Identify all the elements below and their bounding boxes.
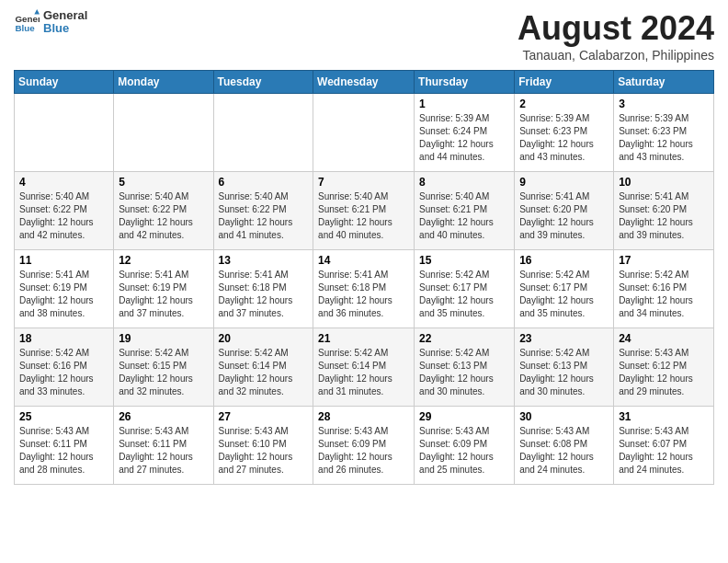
day-info: Sunrise: 5:40 AMSunset: 6:22 PMDaylight:…: [19, 190, 108, 242]
day-cell: 3Sunrise: 5:39 AMSunset: 6:23 PMDaylight…: [614, 94, 714, 172]
day-number: 26: [119, 410, 208, 423]
day-cell: [114, 94, 213, 172]
day-number: 12: [119, 254, 208, 267]
day-cell: [213, 94, 313, 172]
calendar-body: 1Sunrise: 5:39 AMSunset: 6:24 PMDaylight…: [15, 94, 714, 485]
day-number: 30: [519, 410, 609, 423]
day-cell: 31Sunrise: 5:43 AMSunset: 6:07 PMDayligh…: [614, 407, 714, 485]
header: General Blue General Blue August 2024 Ta…: [14, 9, 714, 63]
day-cell: 25Sunrise: 5:43 AMSunset: 6:11 PMDayligh…: [15, 407, 114, 485]
day-number: 29: [419, 410, 509, 423]
day-number: 23: [519, 332, 609, 345]
day-info: Sunrise: 5:43 AMSunset: 6:09 PMDaylight:…: [419, 425, 509, 477]
header-day-saturday: Saturday: [614, 71, 714, 94]
subtitle: Tanauan, Calabarzon, Philippines: [518, 48, 714, 63]
day-info: Sunrise: 5:39 AMSunset: 6:23 PMDaylight:…: [519, 112, 609, 164]
logo-icon: General Blue: [14, 9, 40, 35]
day-number: 19: [119, 332, 208, 345]
logo: General Blue General Blue: [14, 9, 87, 36]
day-info: Sunrise: 5:43 AMSunset: 6:11 PMDaylight:…: [119, 425, 208, 477]
day-cell: 12Sunrise: 5:41 AMSunset: 6:19 PMDayligh…: [114, 250, 213, 328]
week-row-2: 4Sunrise: 5:40 AMSunset: 6:22 PMDaylight…: [15, 172, 714, 250]
day-cell: 19Sunrise: 5:42 AMSunset: 6:15 PMDayligh…: [114, 328, 213, 407]
day-info: Sunrise: 5:43 AMSunset: 6:10 PMDaylight:…: [219, 425, 309, 477]
week-row-5: 25Sunrise: 5:43 AMSunset: 6:11 PMDayligh…: [15, 407, 714, 485]
day-cell: 6Sunrise: 5:40 AMSunset: 6:22 PMDaylight…: [213, 172, 313, 250]
day-info: Sunrise: 5:42 AMSunset: 6:15 PMDaylight:…: [119, 347, 208, 398]
day-number: 21: [318, 332, 409, 345]
day-info: Sunrise: 5:41 AMSunset: 6:20 PMDaylight:…: [619, 190, 709, 242]
day-cell: 7Sunrise: 5:40 AMSunset: 6:21 PMDaylight…: [313, 172, 415, 250]
day-cell: 8Sunrise: 5:40 AMSunset: 6:21 PMDaylight…: [415, 172, 515, 250]
day-number: 7: [318, 176, 409, 189]
day-number: 20: [219, 332, 309, 345]
header-day-monday: Monday: [114, 71, 213, 94]
day-cell: 1Sunrise: 5:39 AMSunset: 6:24 PMDaylight…: [415, 94, 515, 172]
day-number: 11: [19, 254, 108, 267]
day-info: Sunrise: 5:43 AMSunset: 6:11 PMDaylight:…: [19, 425, 108, 477]
day-cell: 29Sunrise: 5:43 AMSunset: 6:09 PMDayligh…: [415, 407, 515, 485]
svg-marker-2: [34, 9, 40, 15]
day-cell: 9Sunrise: 5:41 AMSunset: 6:20 PMDaylight…: [515, 172, 614, 250]
header-day-tuesday: Tuesday: [213, 71, 313, 94]
day-cell: 21Sunrise: 5:42 AMSunset: 6:14 PMDayligh…: [313, 328, 415, 407]
day-number: 28: [318, 410, 409, 423]
day-number: 1: [419, 98, 509, 110]
day-cell: 10Sunrise: 5:41 AMSunset: 6:20 PMDayligh…: [614, 172, 714, 250]
logo-text: General Blue: [43, 9, 87, 36]
header-day-wednesday: Wednesday: [313, 71, 415, 94]
day-info: Sunrise: 5:42 AMSunset: 6:13 PMDaylight:…: [419, 347, 509, 398]
day-cell: 4Sunrise: 5:40 AMSunset: 6:22 PMDaylight…: [15, 172, 114, 250]
week-row-4: 18Sunrise: 5:42 AMSunset: 6:16 PMDayligh…: [15, 328, 714, 407]
day-cell: 14Sunrise: 5:41 AMSunset: 6:18 PMDayligh…: [313, 250, 415, 328]
title-section: August 2024 Tanauan, Calabarzon, Philipp…: [518, 9, 714, 63]
logo-general: General: [43, 9, 87, 22]
day-cell: 24Sunrise: 5:43 AMSunset: 6:12 PMDayligh…: [614, 328, 714, 407]
week-row-1: 1Sunrise: 5:39 AMSunset: 6:24 PMDaylight…: [15, 94, 714, 172]
day-info: Sunrise: 5:43 AMSunset: 6:07 PMDaylight:…: [619, 425, 709, 477]
day-number: 27: [219, 410, 309, 423]
day-cell: 26Sunrise: 5:43 AMSunset: 6:11 PMDayligh…: [114, 407, 213, 485]
day-cell: 17Sunrise: 5:42 AMSunset: 6:16 PMDayligh…: [614, 250, 714, 328]
day-info: Sunrise: 5:41 AMSunset: 6:19 PMDaylight:…: [19, 269, 108, 320]
day-info: Sunrise: 5:39 AMSunset: 6:23 PMDaylight:…: [619, 112, 709, 164]
week-row-3: 11Sunrise: 5:41 AMSunset: 6:19 PMDayligh…: [15, 250, 714, 328]
day-number: 16: [519, 254, 609, 267]
day-info: Sunrise: 5:43 AMSunset: 6:09 PMDaylight:…: [318, 425, 409, 477]
day-cell: 28Sunrise: 5:43 AMSunset: 6:09 PMDayligh…: [313, 407, 415, 485]
day-cell: 22Sunrise: 5:42 AMSunset: 6:13 PMDayligh…: [415, 328, 515, 407]
day-info: Sunrise: 5:41 AMSunset: 6:18 PMDaylight:…: [318, 269, 409, 320]
header-day-friday: Friday: [515, 71, 614, 94]
main-title: August 2024: [518, 9, 714, 48]
day-number: 13: [219, 254, 309, 267]
day-number: 9: [519, 176, 609, 189]
day-info: Sunrise: 5:42 AMSunset: 6:17 PMDaylight:…: [419, 269, 509, 320]
day-cell: 18Sunrise: 5:42 AMSunset: 6:16 PMDayligh…: [15, 328, 114, 407]
day-number: 24: [619, 332, 709, 345]
day-info: Sunrise: 5:40 AMSunset: 6:22 PMDaylight:…: [119, 190, 208, 242]
day-cell: 5Sunrise: 5:40 AMSunset: 6:22 PMDaylight…: [114, 172, 213, 250]
day-info: Sunrise: 5:42 AMSunset: 6:14 PMDaylight:…: [318, 347, 409, 398]
day-info: Sunrise: 5:42 AMSunset: 6:13 PMDaylight:…: [519, 347, 609, 398]
day-number: 3: [619, 98, 709, 110]
header-row: SundayMondayTuesdayWednesdayThursdayFrid…: [15, 71, 714, 94]
calendar-header: SundayMondayTuesdayWednesdayThursdayFrid…: [15, 71, 714, 94]
header-day-thursday: Thursday: [415, 71, 515, 94]
day-info: Sunrise: 5:42 AMSunset: 6:17 PMDaylight:…: [519, 269, 609, 320]
day-info: Sunrise: 5:42 AMSunset: 6:16 PMDaylight:…: [19, 347, 108, 398]
day-info: Sunrise: 5:39 AMSunset: 6:24 PMDaylight:…: [419, 112, 509, 164]
day-cell: 23Sunrise: 5:42 AMSunset: 6:13 PMDayligh…: [515, 328, 614, 407]
day-cell: 2Sunrise: 5:39 AMSunset: 6:23 PMDaylight…: [515, 94, 614, 172]
day-cell: 16Sunrise: 5:42 AMSunset: 6:17 PMDayligh…: [515, 250, 614, 328]
day-cell: 13Sunrise: 5:41 AMSunset: 6:18 PMDayligh…: [213, 250, 313, 328]
day-number: 15: [419, 254, 509, 267]
day-info: Sunrise: 5:41 AMSunset: 6:20 PMDaylight:…: [519, 190, 609, 242]
day-number: 2: [519, 98, 609, 110]
day-number: 8: [419, 176, 509, 189]
day-cell: 15Sunrise: 5:42 AMSunset: 6:17 PMDayligh…: [415, 250, 515, 328]
day-cell: 20Sunrise: 5:42 AMSunset: 6:14 PMDayligh…: [213, 328, 313, 407]
day-number: 5: [119, 176, 208, 189]
day-info: Sunrise: 5:40 AMSunset: 6:21 PMDaylight:…: [318, 190, 409, 242]
day-cell: 30Sunrise: 5:43 AMSunset: 6:08 PMDayligh…: [515, 407, 614, 485]
day-number: 17: [619, 254, 709, 267]
